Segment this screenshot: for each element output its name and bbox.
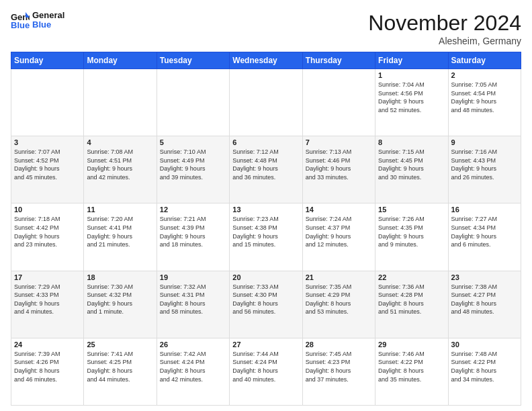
day-info: Sunrise: 7:35 AM Sunset: 4:29 PM Dayligh…: [306, 283, 372, 316]
calendar-day-cell: 6Sunrise: 7:12 AM Sunset: 4:48 PM Daylig…: [230, 136, 302, 203]
calendar-day-cell: [230, 69, 302, 136]
day-info: Sunrise: 7:23 AM Sunset: 4:38 PM Dayligh…: [232, 215, 299, 248]
calendar-day-header: Saturday: [448, 52, 521, 69]
calendar-day-cell: 2Sunrise: 7:05 AM Sunset: 4:54 PM Daylig…: [448, 69, 521, 136]
calendar-day-header: Monday: [84, 52, 157, 69]
month-title: November 2024: [368, 11, 521, 36]
day-number: 30: [451, 340, 518, 349]
day-number: 3: [14, 138, 81, 146]
day-info: Sunrise: 7:12 AM Sunset: 4:48 PM Dayligh…: [232, 148, 299, 181]
day-info: Sunrise: 7:41 AM Sunset: 4:25 PM Dayligh…: [87, 350, 153, 383]
day-info: Sunrise: 7:15 AM Sunset: 4:45 PM Dayligh…: [378, 148, 445, 181]
day-info: Sunrise: 7:38 AM Sunset: 4:27 PM Dayligh…: [451, 283, 518, 316]
day-number: 1: [378, 71, 445, 79]
calendar-day-header: Wednesday: [230, 52, 302, 69]
calendar-day-header: Thursday: [302, 52, 375, 69]
calendar-day-cell: 8Sunrise: 7:15 AM Sunset: 4:45 PM Daylig…: [375, 136, 448, 203]
calendar-day-cell: 10Sunrise: 7:18 AM Sunset: 4:42 PM Dayli…: [11, 203, 84, 271]
day-number: 17: [14, 273, 81, 281]
calendar-day-cell: 30Sunrise: 7:48 AM Sunset: 4:22 PM Dayli…: [448, 338, 521, 405]
day-info: Sunrise: 7:18 AM Sunset: 4:42 PM Dayligh…: [14, 215, 81, 248]
day-number: 14: [306, 205, 372, 214]
day-number: 5: [160, 138, 226, 146]
day-number: 21: [306, 273, 372, 281]
page: General Blue General Blue November 2024 …: [0, 0, 532, 411]
calendar-day-cell: 17Sunrise: 7:29 AM Sunset: 4:33 PM Dayli…: [11, 271, 84, 338]
calendar-day-cell: 24Sunrise: 7:39 AM Sunset: 4:26 PM Dayli…: [11, 338, 84, 405]
calendar-day-cell: 5Sunrise: 7:10 AM Sunset: 4:49 PM Daylig…: [157, 136, 229, 203]
day-info: Sunrise: 7:45 AM Sunset: 4:23 PM Dayligh…: [306, 350, 372, 383]
calendar-day-cell: 14Sunrise: 7:24 AM Sunset: 4:37 PM Dayli…: [302, 203, 375, 271]
day-number: 15: [378, 205, 445, 214]
day-info: Sunrise: 7:33 AM Sunset: 4:30 PM Dayligh…: [232, 283, 299, 316]
title-block: November 2024 Alesheim, Germany: [368, 11, 521, 46]
day-info: Sunrise: 7:24 AM Sunset: 4:37 PM Dayligh…: [306, 215, 372, 248]
location: Alesheim, Germany: [368, 36, 521, 46]
day-number: 16: [451, 205, 518, 214]
calendar-day-cell: 18Sunrise: 7:30 AM Sunset: 4:32 PM Dayli…: [84, 271, 157, 338]
day-info: Sunrise: 7:46 AM Sunset: 4:22 PM Dayligh…: [378, 350, 445, 383]
day-number: 18: [87, 273, 153, 281]
calendar-day-cell: 26Sunrise: 7:42 AM Sunset: 4:24 PM Dayli…: [157, 338, 229, 405]
day-number: 7: [306, 138, 372, 146]
day-info: Sunrise: 7:48 AM Sunset: 4:22 PM Dayligh…: [451, 350, 518, 383]
day-info: Sunrise: 7:36 AM Sunset: 4:28 PM Dayligh…: [378, 283, 445, 316]
day-info: Sunrise: 7:30 AM Sunset: 4:32 PM Dayligh…: [87, 283, 153, 316]
day-info: Sunrise: 7:32 AM Sunset: 4:31 PM Dayligh…: [160, 283, 226, 316]
calendar-day-cell: 21Sunrise: 7:35 AM Sunset: 4:29 PM Dayli…: [302, 271, 375, 338]
day-number: 13: [232, 205, 299, 214]
day-info: Sunrise: 7:44 AM Sunset: 4:24 PM Dayligh…: [232, 350, 299, 383]
day-info: Sunrise: 7:29 AM Sunset: 4:33 PM Dayligh…: [14, 283, 81, 316]
day-info: Sunrise: 7:39 AM Sunset: 4:26 PM Dayligh…: [14, 350, 81, 383]
calendar-day-cell: [11, 69, 84, 136]
calendar-day-cell: [157, 69, 229, 136]
day-info: Sunrise: 7:27 AM Sunset: 4:34 PM Dayligh…: [451, 215, 518, 248]
calendar-day-header: Sunday: [11, 52, 84, 69]
logo-blue: Blue: [32, 20, 64, 30]
header: General Blue General Blue November 2024 …: [11, 11, 521, 46]
calendar-day-cell: 22Sunrise: 7:36 AM Sunset: 4:28 PM Dayli…: [375, 271, 448, 338]
calendar-day-cell: 3Sunrise: 7:07 AM Sunset: 4:52 PM Daylig…: [11, 136, 84, 203]
calendar-day-cell: 7Sunrise: 7:13 AM Sunset: 4:46 PM Daylig…: [302, 136, 375, 203]
calendar-day-cell: 25Sunrise: 7:41 AM Sunset: 4:25 PM Dayli…: [84, 338, 157, 405]
day-number: 8: [378, 138, 445, 146]
day-number: 4: [87, 138, 153, 146]
logo: General Blue General Blue: [11, 11, 64, 30]
day-info: Sunrise: 7:42 AM Sunset: 4:24 PM Dayligh…: [160, 350, 226, 383]
calendar-day-header: Tuesday: [157, 52, 229, 69]
calendar-day-cell: 15Sunrise: 7:26 AM Sunset: 4:35 PM Dayli…: [375, 203, 448, 271]
day-info: Sunrise: 7:16 AM Sunset: 4:43 PM Dayligh…: [451, 148, 518, 181]
calendar-day-cell: 28Sunrise: 7:45 AM Sunset: 4:23 PM Dayli…: [302, 338, 375, 405]
day-info: Sunrise: 7:26 AM Sunset: 4:35 PM Dayligh…: [378, 215, 445, 248]
calendar-week-row: 24Sunrise: 7:39 AM Sunset: 4:26 PM Dayli…: [11, 338, 521, 405]
calendar-day-cell: 4Sunrise: 7:08 AM Sunset: 4:51 PM Daylig…: [84, 136, 157, 203]
day-number: 24: [14, 340, 81, 349]
calendar-day-cell: [302, 69, 375, 136]
calendar-day-cell: 11Sunrise: 7:20 AM Sunset: 4:41 PM Dayli…: [84, 203, 157, 271]
day-number: 28: [306, 340, 372, 349]
calendar-table: SundayMondayTuesdayWednesdayThursdayFrid…: [11, 52, 521, 406]
day-number: 12: [160, 205, 226, 214]
day-number: 6: [232, 138, 299, 146]
calendar-day-cell: 16Sunrise: 7:27 AM Sunset: 4:34 PM Dayli…: [448, 203, 521, 271]
day-info: Sunrise: 7:10 AM Sunset: 4:49 PM Dayligh…: [160, 148, 226, 181]
calendar-day-cell: 9Sunrise: 7:16 AM Sunset: 4:43 PM Daylig…: [448, 136, 521, 203]
day-info: Sunrise: 7:08 AM Sunset: 4:51 PM Dayligh…: [87, 148, 153, 181]
day-number: 27: [232, 340, 299, 349]
day-number: 10: [14, 205, 81, 214]
day-number: 29: [378, 340, 445, 349]
day-info: Sunrise: 7:05 AM Sunset: 4:54 PM Dayligh…: [451, 81, 518, 114]
calendar-week-row: 10Sunrise: 7:18 AM Sunset: 4:42 PM Dayli…: [11, 203, 521, 271]
calendar-day-cell: 20Sunrise: 7:33 AM Sunset: 4:30 PM Dayli…: [230, 271, 302, 338]
day-number: 20: [232, 273, 299, 281]
calendar-week-row: 1Sunrise: 7:04 AM Sunset: 4:56 PM Daylig…: [11, 69, 521, 136]
calendar-day-cell: 1Sunrise: 7:04 AM Sunset: 4:56 PM Daylig…: [375, 69, 448, 136]
calendar-day-cell: 19Sunrise: 7:32 AM Sunset: 4:31 PM Dayli…: [157, 271, 229, 338]
logo-icon: General Blue: [11, 11, 30, 30]
day-number: 11: [87, 205, 153, 214]
calendar-day-cell: 23Sunrise: 7:38 AM Sunset: 4:27 PM Dayli…: [448, 271, 521, 338]
day-info: Sunrise: 7:20 AM Sunset: 4:41 PM Dayligh…: [87, 215, 153, 248]
day-number: 19: [160, 273, 226, 281]
calendar-header-row: SundayMondayTuesdayWednesdayThursdayFrid…: [11, 52, 521, 69]
day-number: 9: [451, 138, 518, 146]
